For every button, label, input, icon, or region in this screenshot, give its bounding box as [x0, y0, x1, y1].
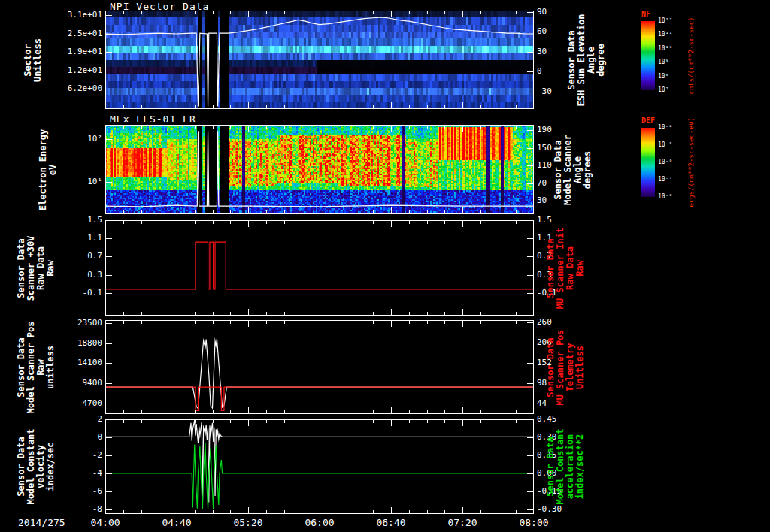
panel-scannerpos-left-tick-label: 14100 — [56, 358, 102, 367]
colorbar-def-gradient — [641, 128, 655, 197]
panel-modelconst-right-tick-label: -0.30 — [537, 504, 579, 514]
panel-els-right-title-line: degrees — [583, 135, 593, 205]
colorbar-def-tick-label: 10⁻⁴ — [658, 124, 672, 131]
colorbar-def-units: ergs/(cm**2-sr-sec-eV) — [687, 117, 695, 207]
panel-modelconst-right-tick-label: 0.45 — [537, 414, 579, 424]
colorbar-nf-tick-label: 10⁹ — [658, 59, 668, 66]
panel-npi-right-title: Sensor DataESH Sun ElevationAngledegree — [567, 14, 606, 106]
panel-scanner30v-left-tick-label: -0.1 — [56, 288, 102, 298]
colorbar-nf-tick-label: 10¹² — [658, 17, 672, 25]
panel-npi-left-title: SectorUnitless — [23, 38, 43, 82]
panel-npi-left-tick-label: 2.5e+01 — [56, 29, 102, 38]
colorbar-def-tick-label: 10⁻⁷ — [658, 176, 672, 183]
panel-els: 10²10¹1901501107030 — [105, 125, 534, 214]
panel-npi-plot — [105, 11, 534, 109]
panel-els-right-tick-label: 190 — [537, 125, 579, 135]
panel-npi-left-tick-label: 1.9e+01 — [56, 47, 102, 56]
panel-scannerpos: 235001880014100940047002602061529844 — [105, 320, 534, 414]
colorbar-nf-tick-label: 10⁸ — [658, 73, 668, 80]
panel-modelconst-left-tick-label: 2 — [56, 414, 102, 424]
panel-npi-left-tick-label: 6.2e+00 — [56, 83, 102, 93]
panel-modelconst-right-title: Sensor DataModel Constantaccelerationind… — [546, 428, 585, 504]
panel-scanner30v-plot — [105, 220, 534, 316]
panel-scannerpos-plot — [105, 320, 534, 414]
colorbar-nf-tick-label: 10¹¹ — [658, 31, 672, 38]
colorbar-nf-tick-label: 10¹⁰ — [658, 45, 672, 53]
colorbar-def-name: DEF — [641, 116, 655, 125]
panel-els-right-title: Sensor DataModel ScannerAngledegrees — [553, 135, 593, 205]
colorbar-def-tick-label: 10⁻⁸ — [658, 193, 672, 201]
x-tick-label: 05:20 — [222, 517, 274, 528]
panel-modelconst: 20-2-4-6-80.450.300.150.00-0.15-0.30 — [105, 419, 534, 514]
panel-modelconst-left-tick-label: -8 — [56, 504, 102, 514]
plot-figure: NPI Vector Data MEx ELS-01 LR NF cnts/(c… — [0, 0, 770, 532]
panel-scannerpos-left-title: Sensor DataModel Scanner PosRawunitless — [17, 321, 56, 413]
colorbar-nf-units: cnts/(cm**2-sr-sec) — [687, 17, 695, 95]
panel-els-left-title: Electron EnergyeV — [38, 129, 58, 210]
panel-modelconst-right-title-line: index/sec**2 — [575, 428, 585, 504]
panel-title-els: MEx ELS-01 LR — [110, 113, 196, 125]
panel-modelconst-left-tick-label: 0 — [56, 432, 102, 442]
panel-scannerpos-left-title-line: unitless — [46, 321, 56, 413]
colorbar-nf-name: NF — [641, 10, 650, 18]
panel-scannerpos-right-tick-label: 260 — [537, 317, 579, 327]
colorbar-def-tick-label: 10⁻⁵ — [658, 141, 672, 149]
colorbar-def: DEF ergs/(cm**2-sr-sec-eV) 10⁻⁴10⁻⁵10⁻⁶1… — [635, 116, 769, 217]
panel-scannerpos-left-tick-label: 4700 — [56, 398, 102, 408]
panel-scannerpos-right-title-line: Unitless — [575, 329, 585, 405]
panel-scannerpos-right-title: Sensor DataMU Scanner PosTelemetryUnitle… — [546, 329, 585, 405]
colorbar-nf-tick-label: 10⁷ — [658, 86, 668, 94]
panel-modelconst-left-tick-label: -2 — [56, 450, 102, 460]
date-label: 2014/275 — [18, 517, 65, 528]
panel-scanner30v-right-title: Sensor DataMU Scanner InitRaw DataRaw — [546, 227, 585, 308]
panel-scannerpos-left-tick-label: 23500 — [56, 318, 102, 328]
panel-modelconst-left-title: Sensor DataModel Constantvelocityindex/s… — [17, 428, 56, 504]
panel-npi-right-title-line: degree — [596, 14, 606, 106]
x-tick-label: 04:40 — [150, 517, 203, 528]
panel-modelconst-left-tick-label: -4 — [56, 468, 102, 478]
panel-scanner30v: 1.51.10.70.3-0.11.51.10.70.3-0.1 — [105, 220, 534, 316]
colorbar-nf-gradient — [641, 21, 655, 90]
panel-scanner30v-left-title-line: Raw — [46, 235, 56, 301]
x-tick-label: 06:00 — [293, 517, 346, 528]
colorbar-def-tick-label: 10⁻⁶ — [658, 159, 672, 166]
panel-els-left-title-line: eV — [48, 129, 58, 210]
x-tick-label: 06:40 — [365, 517, 417, 528]
panel-npi-left-title-line: Unitless — [33, 38, 43, 82]
panel-npi: 3.1e+012.5e+011.9e+011.2e+016.2e+0090603… — [105, 11, 534, 109]
x-tick-label: 07:20 — [436, 517, 489, 528]
panel-scanner30v-right-title-line: Raw — [575, 227, 585, 308]
panel-scanner30v-left-tick-label: 0.3 — [56, 270, 102, 280]
panel-modelconst-plot — [105, 419, 534, 514]
colorbar-nf: NF cnts/(cm**2-sr-sec) 10¹²10¹¹10¹⁰10⁹10… — [635, 10, 769, 110]
panel-modelconst-left-tick-label: -6 — [56, 486, 102, 496]
panel-scanner30v-left-tick-label: 1.1 — [56, 233, 102, 243]
x-tick-label: 08:00 — [508, 517, 560, 528]
panel-els-left-tick-label: 10¹ — [56, 177, 102, 186]
panel-els-plot — [105, 125, 534, 214]
panel-scannerpos-left-tick-label: 18800 — [56, 338, 102, 348]
panel-npi-left-tick-label: 1.2e+01 — [56, 65, 102, 75]
panel-scanner30v-right-tick-label: 1.5 — [537, 215, 579, 225]
panel-scanner30v-left-title: Sensor DataScanner +30VRaw DataRaw — [17, 235, 56, 301]
panel-modelconst-left-title-line: index/sec — [46, 428, 56, 504]
panel-scanner30v-left-tick-label: 1.5 — [56, 215, 102, 225]
x-tick-label: 04:00 — [79, 517, 132, 528]
panel-scanner30v-left-tick-label: 0.7 — [56, 251, 102, 261]
panel-els-left-tick-label: 10² — [56, 134, 102, 144]
panel-scannerpos-left-tick-label: 9400 — [56, 378, 102, 388]
panel-npi-left-tick-label: 3.1e+01 — [56, 10, 102, 20]
